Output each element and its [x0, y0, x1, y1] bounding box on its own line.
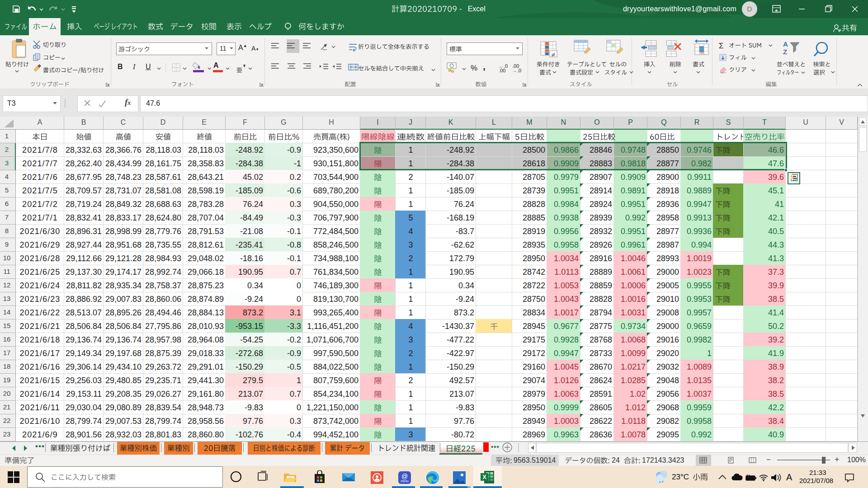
- svg-text:Z: Z: [783, 48, 787, 56]
- svg-text:X: X: [482, 474, 486, 480]
- svg-text:menu: menu: [401, 479, 409, 483]
- svg-text:A: A: [783, 40, 788, 48]
- svg-text:@: @: [401, 473, 408, 480]
